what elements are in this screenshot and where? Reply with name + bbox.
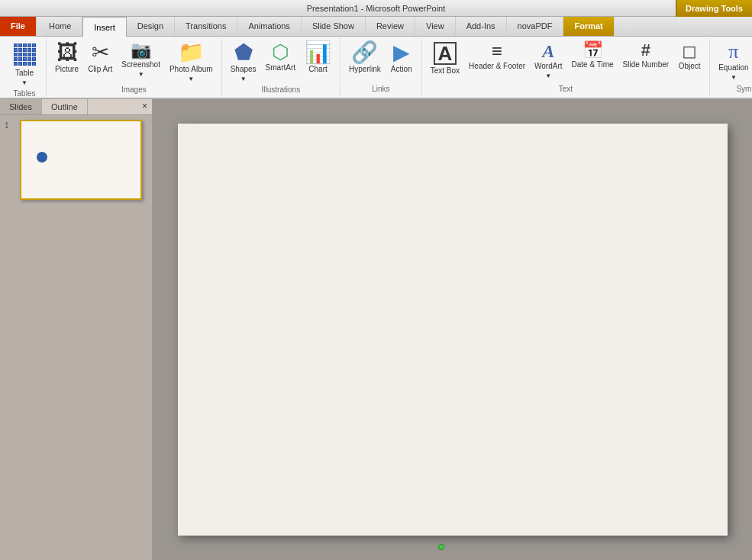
equation-dropdown-icon: ▼ — [731, 74, 737, 82]
action-label: Action — [391, 65, 412, 74]
main-canvas-area — [153, 99, 752, 560]
group-links: 🔗 Hyperlink ▶ Action Links — [340, 38, 422, 96]
tab-home[interactable]: Home — [38, 16, 82, 36]
equation-icon: π — [728, 42, 738, 62]
shapes-label: Shapes — [231, 65, 257, 74]
slides-tabs: Slides Outline × — [0, 99, 152, 115]
app-body: Slides Outline × 1 — [0, 99, 752, 560]
action-icon: ▶ — [393, 42, 410, 63]
drawing-tools-tab[interactable]: Drawing Tools — [676, 0, 752, 17]
slides-list: 1 — [0, 115, 152, 560]
ribbon: File Home Insert Design Transitions Anim… — [0, 17, 752, 99]
group-tables: Table ▼ Tables — [3, 38, 47, 96]
group-text: A Text Box ≡ Header & Footer A WordArt ▼… — [422, 38, 710, 96]
button-clipart[interactable]: ✂ Clip Art — [84, 40, 116, 76]
symbols-items: π Equation ▼ Ω Symbol — [715, 40, 752, 85]
ribbon-content: Table ▼ Tables 🖼 Picture ✂ Clip Art 📷 — [0, 37, 752, 98]
slide-canvas[interactable] — [178, 124, 728, 536]
tab-addins[interactable]: Add-Ins — [456, 16, 507, 36]
photoalbum-label: Photo Album — [169, 65, 213, 74]
group-symbols: π Equation ▼ Ω Symbol Symbols — [710, 38, 752, 96]
object-label: Object — [679, 62, 701, 71]
links-group-label: Links — [345, 85, 417, 95]
wordart-dropdown-icon: ▼ — [545, 72, 551, 80]
datetime-icon: 📅 — [583, 42, 603, 59]
slides-panel: Slides Outline × 1 — [0, 99, 153, 560]
links-items: 🔗 Hyperlink ▶ Action — [345, 40, 417, 85]
button-photoalbum[interactable]: 📁 Photo Album ▼ — [166, 40, 217, 85]
list-item[interactable]: 1 — [5, 120, 147, 200]
slidenumber-icon: # — [641, 42, 650, 59]
tab-format[interactable]: Format — [563, 16, 614, 36]
tables-items: Table ▼ — [8, 40, 41, 89]
button-picture[interactable]: 🖼 Picture — [51, 40, 82, 76]
illustrations-group-label: Illustrations — [227, 85, 335, 95]
object-icon: ◻ — [682, 42, 697, 60]
tab-file[interactable]: File — [0, 16, 37, 36]
ribbon-tabs: File Home Insert Design Transitions Anim… — [0, 17, 752, 37]
button-hyperlink[interactable]: 🔗 Hyperlink — [345, 40, 385, 76]
text-items: A Text Box ≡ Header & Footer A WordArt ▼… — [427, 40, 705, 85]
title-bar: Presentation1 - Microsoft PowerPoint Dra… — [0, 0, 752, 17]
table-dropdown-icon: ▼ — [21, 79, 27, 87]
button-smartart[interactable]: ⬡ SmartArt — [262, 40, 299, 75]
button-object[interactable]: ◻ Object — [674, 40, 705, 73]
images-group-label: Images — [51, 85, 217, 95]
screenshot-icon: 📷 — [131, 42, 151, 59]
smartart-icon: ⬡ — [272, 42, 289, 62]
hyperlink-icon: 🔗 — [351, 42, 378, 63]
symbols-group-label: Symbols — [715, 85, 752, 95]
wordart-label: WordArt — [534, 62, 563, 71]
tab-outline[interactable]: Outline — [42, 99, 88, 114]
textbox-label: Text Box — [431, 66, 460, 76]
hyperlink-label: Hyperlink — [349, 65, 381, 74]
datetime-label: Date & Time — [572, 60, 614, 69]
button-chart[interactable]: 📊 Chart — [301, 40, 335, 76]
images-items: 🖼 Picture ✂ Clip Art 📷 Screenshot ▼ 📁 Ph… — [51, 40, 217, 85]
textbox-icon: A — [434, 42, 457, 65]
slide-thumbnail[interactable] — [20, 120, 142, 200]
button-headerfooter[interactable]: ≡ Header & Footer — [465, 40, 529, 73]
chart-icon: 📊 — [305, 42, 331, 63]
button-datetime[interactable]: 📅 Date & Time — [568, 40, 618, 72]
wordart-icon: A — [542, 42, 554, 60]
tab-transitions[interactable]: Transitions — [175, 16, 237, 36]
tab-novapdf[interactable]: novaPDF — [507, 16, 564, 36]
tab-view[interactable]: View — [415, 16, 456, 36]
picture-label: Picture — [55, 65, 79, 74]
tab-animations[interactable]: Animations — [237, 16, 301, 36]
shapes-icon: ⬟ — [234, 42, 253, 63]
selected-shape-container[interactable] — [403, 555, 479, 560]
group-illustrations: ⬟ Shapes ▼ ⬡ SmartArt 📊 Chart Illustrati… — [222, 38, 340, 96]
button-action[interactable]: ▶ Action — [386, 40, 417, 76]
photoalbum-icon: 📁 — [178, 42, 205, 63]
shape-selection — [403, 555, 479, 560]
slide-number: 1 — [5, 121, 15, 130]
equation-label: Equation — [718, 63, 748, 72]
tables-group-label: Tables — [8, 89, 41, 99]
smartart-label: SmartArt — [266, 63, 295, 72]
button-textbox[interactable]: A Text Box — [427, 40, 463, 78]
rotate-handle[interactable] — [438, 544, 444, 550]
table-icon — [14, 43, 36, 66]
slide-preview-shape — [37, 152, 47, 163]
button-table[interactable]: Table ▼ — [8, 40, 41, 89]
clipart-icon: ✂ — [92, 42, 109, 63]
button-wordart[interactable]: A WordArt ▼ — [531, 40, 566, 82]
tab-insert[interactable]: Insert — [82, 17, 127, 37]
screenshot-label: Screenshot — [121, 60, 160, 69]
tab-review[interactable]: Review — [366, 16, 415, 36]
button-screenshot[interactable]: 📷 Screenshot ▼ — [118, 40, 164, 81]
clipart-label: Clip Art — [88, 65, 112, 74]
button-shapes[interactable]: ⬟ Shapes ▼ — [227, 40, 260, 85]
button-equation[interactable]: π Equation ▼ — [715, 40, 752, 84]
table-label: Table — [15, 69, 34, 78]
chart-label: Chart — [308, 65, 327, 74]
tab-slideshow[interactable]: Slide Show — [302, 16, 366, 36]
button-slidenumber[interactable]: # Slide Number — [619, 40, 673, 72]
headerfooter-label: Header & Footer — [469, 62, 525, 71]
tab-design[interactable]: Design — [127, 16, 175, 36]
text-group-label: Text — [427, 85, 705, 95]
slides-panel-close[interactable]: × — [137, 99, 152, 114]
tab-slides[interactable]: Slides — [0, 99, 42, 114]
